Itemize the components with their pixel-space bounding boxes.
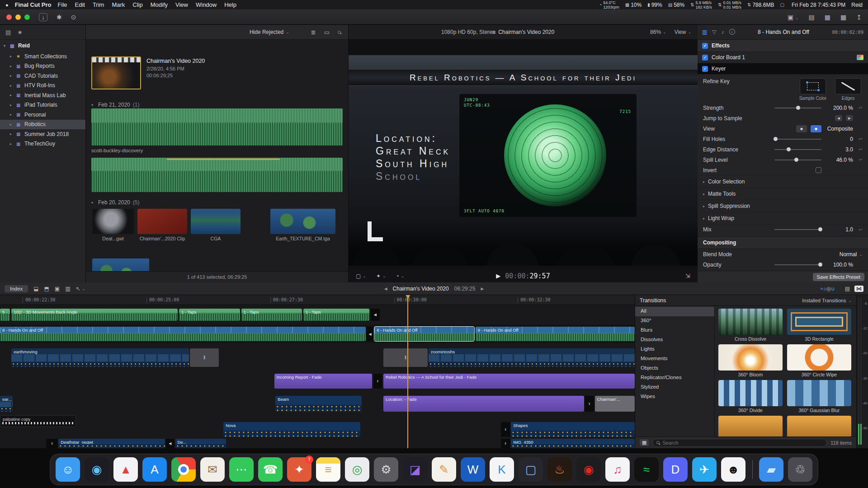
opacity-slider[interactable] [774,264,821,265]
slider-knob[interactable] [796,106,800,110]
fullscreen-green-button[interactable] [24,14,30,20]
color-inspector-tab[interactable]: ▽ [712,29,716,35]
sidebar-item-thetechguy[interactable]: ▸ ▦ TheTechGuy [0,139,85,149]
menu-item[interactable]: Mark [112,1,125,8]
menu-item[interactable]: Edit [75,1,85,8]
status-item[interactable]: ◔ 54.0°C1203rpm [599,0,619,9]
invert-checkbox[interactable] [816,167,821,173]
view-menu[interactable]: View⌄ [675,29,691,35]
sample-color-tool[interactable]: Sample Color [798,78,827,101]
transition-item[interactable]: 360° Divide [718,380,783,413]
dock-icon-notes[interactable]: ≡ [316,457,340,482]
timeline-clip[interactable]: Incoming Report - Fade [274,374,372,389]
disclosure-closed-icon[interactable]: ▸ [10,132,14,136]
disclosure-closed-icon[interactable]: ▸ [10,113,14,117]
sidebar-item-inertial-mass-lab[interactable]: ▸ ▦ Inertial Mass Lab [0,90,85,100]
transition-category[interactable]: Movements [635,354,714,364]
dock-icon-word[interactable]: W [461,457,485,482]
disclosure-closed-icon[interactable]: ▸ [10,74,14,78]
info-inspector-tab[interactable]: i [729,29,735,35]
transition-category[interactable]: Lights [635,345,714,354]
keyword-editor-button[interactable]: ✱ [57,14,62,21]
jump-forward-button[interactable]: ▶ [846,115,853,121]
status-item[interactable]: ⇅ 0.01 MB/s0.01 MB/s [718,0,741,9]
panel-toggle-icon[interactable]: ▤ [845,286,850,292]
disclosure-closed-icon[interactable]: ▸ [10,122,14,127]
panel-toggle-icon[interactable]: ⋈ [854,286,863,292]
color-board-checkbox[interactable]: ✓ [702,55,708,61]
audio-clip-waveform-2[interactable] [91,158,343,192]
dock-icon-messages[interactable]: ⋯ [229,457,254,482]
effects-checkbox[interactable]: ✓ [702,43,708,49]
selected-clip-thumbnail[interactable] [91,56,141,89]
edges-tool[interactable]: Edges [834,78,863,101]
edit-tool-icon[interactable]: ▥ [65,286,70,292]
effect-row-keyer[interactable]: ✓ Keyer [698,63,868,75]
disclosure-closed-icon[interactable]: ▸ [10,103,14,107]
disclosure-open-icon[interactable]: ▾ [4,44,8,48]
workspace-browser-toggle[interactable]: ▤ [809,14,815,21]
retime-menu[interactable]: ◔⌄ [396,273,405,279]
menu-item[interactable]: Help [224,1,236,8]
status-item[interactable]: ▤ 58% [668,2,684,8]
appearance-menu-button[interactable]: ▣ ⌄ [788,14,799,21]
transition-item[interactable]: 360° Bloom [718,344,783,377]
timeline-clip[interactable]: ‖ [383,348,428,367]
timeline-clip[interactable]: Location: - Fade [383,396,584,412]
timeline-clip[interactable]: 10|2 - 3D Movements Back Angle [11,309,178,321]
timeline-clip[interactable]: 1 - Taps [303,309,369,321]
import-media-button[interactable]: ↓ [39,13,47,21]
disclosure-closed-icon[interactable]: ▸ [703,216,705,221]
timeline-clip[interactable]: 1 - Taps [179,309,240,321]
status-item[interactable]: ▢ [780,2,785,7]
dock-icon-chrome[interactable] [171,457,196,482]
timeline-clip[interactable]: palpatine copy [0,415,76,427]
playhead[interactable] [407,295,408,448]
dock-icon-app-store[interactable]: A [142,457,167,482]
viewer-format-info[interactable]: 1080p HD 60p, Stereo [441,29,495,35]
transition-category[interactable]: Wipes [635,392,714,402]
dock-icon-phone[interactable]: ☎ [258,457,283,482]
dock-icon-keynote[interactable]: K [490,457,514,482]
video-canvas[interactable]: Rebel Robotics — A School for their Jedi… [349,55,698,266]
status-item[interactable]: Reid [851,2,863,8]
apple-menu-icon[interactable]: ● [5,2,9,8]
keyer-subsection-row[interactable]: ▸ Spill Suppression [698,200,868,212]
audio-clip-waveform[interactable] [91,108,343,145]
timeline-clip[interactable]: ◀ [371,309,380,321]
status-item[interactable]: ▮ 99% [647,2,662,8]
previous-timeline-icon[interactable]: ◀ [384,286,387,291]
timeline-clip[interactable]: Deathstar_negwt [58,439,165,448]
close-button[interactable] [6,14,12,20]
transition-item[interactable]: Cross Dissolve [718,309,783,342]
save-effects-preset-button[interactable]: Save Effects Preset [813,273,864,281]
strength-slider[interactable] [774,108,821,108]
dock-icon-folder[interactable]: ▰ [759,457,783,482]
effect-row-color-board[interactable]: ✓ Color Board 1 [698,52,868,63]
reset-icon[interactable]: ↩ [857,136,863,141]
disclosure-closed-icon[interactable]: ▸ [10,64,14,68]
transition-item[interactable]: 360° Circle Wipe [787,344,851,377]
dock-icon-youtube[interactable]: ◉ [576,457,601,482]
status-item[interactable]: Fri Feb 28 7:45:43 PM [792,2,845,8]
clip-thumbnail[interactable]: Earth_TEXTURE_CM.tga [270,209,335,241]
reset-icon[interactable]: ↩ [857,147,863,152]
timeline-clip[interactable]: zoomintoshs [429,348,635,367]
sidebar-item-cad-tutorials[interactable]: ▸ ▦ CAD Tutorials [0,71,85,81]
menu-item[interactable]: Trim [93,1,104,8]
view-matte-button[interactable]: ☻ [796,125,807,132]
filter-dropdown[interactable]: Hide Rejected⌄ [250,29,289,35]
sidebar-item-summer-job-2018[interactable]: ▸ ▦ Summer Job 2018 [0,129,85,139]
menu-item[interactable]: View [175,1,188,8]
clip-thumbnail-partial[interactable] [92,258,149,271]
show-libraries-icon[interactable]: ▤ [5,29,11,36]
menu-item[interactable]: Modify [151,1,168,8]
edit-tool-icon[interactable]: ⬓ [33,286,38,292]
sidebar-item-bug-reports[interactable]: ▸ ▦ Bug Reports [0,61,85,71]
transition-category[interactable]: Blurs [635,326,714,335]
edge-distance-slider[interactable] [774,149,821,150]
transition-item[interactable]: 360° Gaussian Blur [787,380,851,413]
play-button[interactable]: ▶ [496,272,500,279]
dock-icon-spotify[interactable]: ≈ [634,457,659,482]
view-composite-button[interactable]: ☻ [811,125,821,132]
